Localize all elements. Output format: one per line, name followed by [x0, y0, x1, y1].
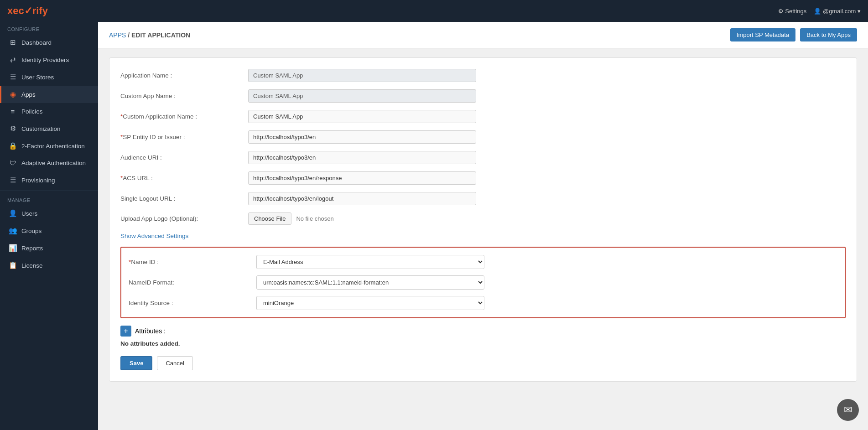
- logo: xec✓rify: [7, 5, 48, 17]
- save-button[interactable]: Save: [120, 356, 152, 370]
- sidebar-item-label: Users: [21, 210, 37, 217]
- sidebar-item-label: Customization: [21, 125, 61, 132]
- breadcrumb-apps-link[interactable]: APPS: [109, 31, 126, 39]
- sidebar-item-label: License: [21, 262, 43, 269]
- name-id-row: *Name ID : E-Mail Address Username Phone: [129, 255, 837, 269]
- audience-uri-input[interactable]: [248, 151, 476, 164]
- chat-icon: ✉: [844, 404, 852, 416]
- content: APPS / EDIT APPLICATION Import SP Metada…: [98, 22, 868, 430]
- users-icon: 👤: [9, 209, 17, 218]
- custom-application-name-label: *Custom Application Name :: [120, 113, 248, 120]
- single-logout-url-input[interactable]: [248, 192, 476, 205]
- configure-label: Configure: [0, 22, 98, 34]
- sidebar-item-customization[interactable]: ⚙ Customization: [0, 120, 98, 137]
- chat-bubble[interactable]: ✉: [837, 399, 859, 421]
- sidebar-item-label: Reports: [21, 245, 43, 252]
- user-info: 👤 @gmail.com ▾: [814, 8, 861, 15]
- sidebar-item-label: 2-Factor Authentication: [21, 143, 85, 150]
- add-attribute-button[interactable]: +: [120, 326, 131, 337]
- audience-uri-label: Audience URI :: [120, 154, 248, 161]
- policies-icon: ≡: [9, 108, 17, 115]
- sidebar-item-apps[interactable]: ◉ Apps: [0, 86, 98, 103]
- sidebar-item-reports[interactable]: 📊 Reports: [0, 239, 98, 257]
- settings-icon[interactable]: ⚙ Settings: [778, 8, 807, 15]
- sidebar-item-label: Dashboard: [21, 39, 52, 46]
- audience-uri-row: Audience URI :: [120, 151, 846, 164]
- sidebar-item-policies[interactable]: ≡ Policies: [0, 103, 98, 120]
- sidebar-item-label: Identity Providers: [21, 57, 69, 63]
- identity-source-row: Identity Source : miniOrange LDAP: [129, 296, 837, 310]
- no-attributes-text: No attributes added.: [120, 340, 846, 347]
- custom-app-name-row: Custom App Name :: [120, 89, 846, 103]
- name-id-label: *Name ID :: [129, 259, 256, 265]
- sp-entity-id-label: *SP Entity ID or Issuer :: [120, 134, 248, 140]
- chevron-down-icon: ▾: [858, 8, 861, 15]
- upload-logo-row: Upload App Logo (Optional): Choose File …: [120, 212, 846, 225]
- sidebar-item-identity-providers[interactable]: ⇄ Identity Providers: [0, 51, 98, 68]
- application-name-label: Application Name :: [120, 72, 248, 79]
- customization-icon: ⚙: [9, 124, 17, 133]
- sidebar-item-2fa[interactable]: 🔒 2-Factor Authentication: [0, 137, 98, 155]
- topnav-right: ⚙ Settings 👤 @gmail.com ▾: [778, 8, 861, 15]
- sidebar-item-provisioning[interactable]: ☰ Provisioning: [0, 171, 98, 189]
- reports-icon: 📊: [9, 244, 17, 252]
- action-row: Save Cancel: [120, 356, 846, 370]
- nameid-format-label: NameID Format:: [129, 279, 256, 286]
- single-logout-url-row: Single Logout URL :: [120, 192, 846, 205]
- choose-file-button[interactable]: Choose File: [248, 212, 291, 225]
- custom-app-name-label: Custom App Name :: [120, 93, 248, 99]
- sidebar-item-license[interactable]: 📋 License: [0, 257, 98, 274]
- breadcrumb: APPS / EDIT APPLICATION: [109, 31, 190, 39]
- cancel-button[interactable]: Cancel: [157, 356, 192, 370]
- apps-icon: ◉: [9, 90, 17, 98]
- logo-icon: xec✓rify: [7, 5, 48, 17]
- identity-source-select[interactable]: miniOrange LDAP: [256, 296, 484, 310]
- acs-url-input[interactable]: [248, 171, 476, 185]
- breadcrumb-current: EDIT APPLICATION: [131, 31, 190, 39]
- sidebar-item-label: User Stores: [21, 74, 54, 81]
- attributes-row: + Attributes :: [120, 326, 846, 337]
- sidebar-item-label: Policies: [21, 108, 43, 115]
- sidebar: Configure ⊞ Dashboard ⇄ Identity Provide…: [0, 22, 98, 430]
- name-id-select[interactable]: E-Mail Address Username Phone: [256, 255, 484, 269]
- user-icon: 👤: [814, 8, 821, 15]
- dashboard-icon: ⊞: [9, 38, 17, 47]
- sidebar-item-users[interactable]: 👤 Users: [0, 205, 98, 222]
- nameid-format-select[interactable]: urn:oasis:names:tc:SAML:1.1:nameid-forma…: [256, 275, 484, 290]
- sidebar-item-user-stores[interactable]: ☰ User Stores: [0, 68, 98, 86]
- identity-source-label: Identity Source :: [129, 300, 256, 306]
- groups-icon: 👥: [9, 227, 17, 235]
- license-icon: 📋: [9, 261, 17, 269]
- content-header: APPS / EDIT APPLICATION Import SP Metada…: [98, 22, 868, 48]
- back-to-apps-button[interactable]: Back to My Apps: [800, 28, 857, 41]
- sidebar-item-label: Groups: [21, 228, 42, 234]
- application-name-input[interactable]: [248, 69, 476, 82]
- breadcrumb-separator: /: [126, 31, 131, 39]
- attributes-label: Attributes :: [135, 327, 166, 335]
- adaptive-auth-icon: 🛡: [9, 159, 17, 167]
- show-advanced-settings-link[interactable]: Show Advanced Settings: [120, 233, 188, 239]
- form-area: Application Name : Custom App Name : *Cu…: [109, 57, 857, 382]
- file-input-group: Choose File No file chosen: [248, 212, 334, 225]
- upload-logo-label: Upload App Logo (Optional):: [120, 215, 248, 222]
- user-stores-icon: ☰: [9, 73, 17, 81]
- advanced-settings-box: *Name ID : E-Mail Address Username Phone…: [120, 247, 846, 318]
- sidebar-item-adaptive-auth[interactable]: 🛡 Adaptive Authentication: [0, 155, 98, 171]
- sidebar-item-label: Apps: [21, 91, 36, 98]
- sidebar-item-groups[interactable]: 👥 Groups: [0, 222, 98, 239]
- sidebar-item-label: Adaptive Authentication: [21, 160, 86, 166]
- acs-url-label: *ACS URL :: [120, 175, 248, 181]
- header-actions: Import SP Metadata Back to My Apps: [730, 28, 857, 41]
- application-name-row: Application Name :: [120, 69, 846, 82]
- identity-providers-icon: ⇄: [9, 56, 17, 64]
- custom-application-name-row: *Custom Application Name :: [120, 110, 846, 123]
- import-sp-metadata-button[interactable]: Import SP Metadata: [730, 28, 795, 41]
- sidebar-item-dashboard[interactable]: ⊞ Dashboard: [0, 34, 98, 51]
- file-name-text: No file chosen: [296, 215, 333, 222]
- custom-app-name-input[interactable]: [248, 89, 476, 103]
- custom-application-name-input[interactable]: [248, 110, 476, 123]
- topnav: xec✓rify ⚙ Settings 👤 @gmail.com ▾: [0, 0, 868, 22]
- sp-entity-id-input[interactable]: [248, 130, 476, 144]
- acs-url-row: *ACS URL :: [120, 171, 846, 185]
- manage-label: Manage: [0, 193, 98, 205]
